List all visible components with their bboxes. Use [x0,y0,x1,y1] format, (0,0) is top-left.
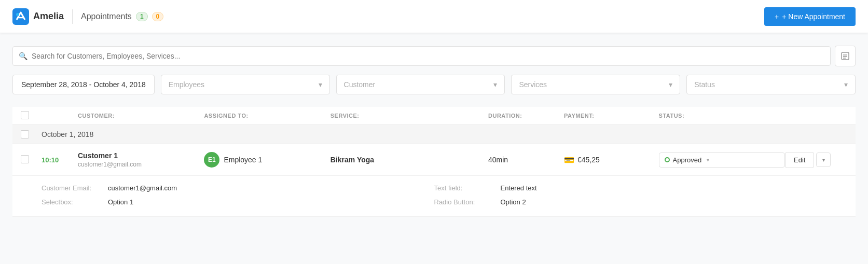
edit-button[interactable]: Edit [785,152,814,168]
main-content: 🔍 September 28, 2018 - October 4, 2018 E… [0,33,868,229]
appt-check-col [21,155,42,165]
appt-duration-col: 40min [488,156,564,164]
appointment-checkbox[interactable] [21,155,29,163]
services-placeholder: Services [519,80,547,89]
payment-amount: €45,25 [577,156,600,164]
export-button[interactable] [835,46,856,66]
date-group-header: October 1, 2018 [12,124,856,144]
badge-approved-count: 1 [136,12,148,21]
selectbox-value: Option 1 [108,198,133,206]
detail-col-right: Text field: Entered text Radio Button: O… [434,184,827,206]
status-chevron-icon: ▾ [707,157,709,163]
text-field-label: Text field: [434,184,497,192]
search-input-wrap: 🔍 [12,46,831,66]
badge-pending-count: 0 [152,12,164,21]
detail-text-field: Text field: Entered text [434,184,827,192]
page-title-text: Appointments [81,12,132,21]
payment-icon: 💳 [564,155,574,165]
customer-email-display: customer1@gmail.com [78,161,204,168]
appt-actions-col: Edit ▾ [785,152,847,168]
status-placeholder: Status [694,80,715,89]
search-icon: 🔍 [19,52,27,60]
plus-icon: + [775,12,779,21]
detail-row: Customer Email: customer1@gmail.com Sele… [12,176,856,217]
svg-rect-2 [842,52,849,60]
select-all-checkbox[interactable] [21,111,29,119]
export-icon [841,51,850,61]
detail-col-left: Customer Email: customer1@gmail.com Sele… [42,184,434,206]
header-duration-col: DURATION: [488,113,564,119]
appointment-row: 10:10 Customer 1 customer1@gmail.com E1 … [12,144,856,176]
svg-rect-0 [12,8,29,25]
header-customer-col: CUSTOMER: [78,113,204,119]
expand-button[interactable]: ▾ [816,152,831,167]
header-assigned-col: ASSIGNED TO: [204,113,330,119]
customer-name: Customer 1 [78,151,204,160]
status-dot-icon [665,157,670,162]
new-appointment-label: + New Appointment [782,12,845,21]
employees-chevron-icon: ▾ [319,80,322,89]
radio-button-value: Option 2 [501,198,526,206]
date-group-check [21,130,42,138]
appt-time-col: 10:10 [42,156,78,164]
customer-placeholder: Customer [344,80,376,89]
appt-customer-col: Customer 1 customer1@gmail.com [78,151,204,168]
status-filter[interactable]: Status ▾ [686,75,856,94]
employee-name: Employee 1 [224,156,262,164]
appt-payment-col: 💳 €45,25 [564,155,659,165]
table-header: CUSTOMER: ASSIGNED TO: SERVICE: DURATION… [12,107,856,124]
header-status-col: STATUS: [659,113,785,119]
page-title: Appointments 1 0 [81,12,163,21]
customer-filter[interactable]: Customer ▾ [336,75,505,94]
date-range-value: September 28, 2018 - October 4, 2018 [21,80,146,89]
services-filter[interactable]: Services ▾ [511,75,680,94]
date-range-picker[interactable]: September 28, 2018 - October 4, 2018 [12,75,155,94]
header-left: Amelia Appointments 1 0 [12,8,163,25]
appt-service-col: Bikram Yoga [330,156,488,164]
search-row: 🔍 [12,46,856,66]
detail-customer-email: Customer Email: customer1@gmail.com [42,184,434,192]
filter-row: September 28, 2018 - October 4, 2018 Emp… [12,75,856,94]
customer-chevron-icon: ▾ [493,80,497,89]
text-field-value: Entered text [501,184,537,192]
employees-filter[interactable]: Employees ▾ [161,75,330,94]
header-divider [72,9,73,24]
date-group-label: October 1, 2018 [42,130,93,138]
search-input[interactable] [12,46,831,66]
customer-email-label: Customer Email: [42,184,104,192]
amelia-logo-icon [12,8,29,25]
service-name: Bikram Yoga [330,156,374,164]
status-select[interactable]: Approved ▾ [659,152,785,168]
header-check-col [21,111,42,120]
svg-point-1 [16,13,19,16]
logo-area: Amelia [12,8,64,25]
radio-button-label: Radio Button: [434,198,497,206]
detail-selectbox: Selectbox: Option 1 [42,198,434,206]
employees-placeholder: Employees [169,80,204,89]
header-payment-col: PAYMENT: [564,113,659,119]
customer-email-value: customer1@gmail.com [108,184,177,192]
employee-avatar: E1 [204,152,219,168]
services-chevron-icon: ▾ [669,80,672,89]
appointment-time: 10:10 [42,156,59,164]
payment-wrap: 💳 €45,25 [564,155,659,165]
selectbox-label: Selectbox: [42,198,104,206]
status-label: Approved [673,156,702,164]
header-service-col: SERVICE: [330,113,488,119]
status-chevron-icon: ▾ [844,80,848,89]
employee-initials: E1 [208,156,216,163]
header: Amelia Appointments 1 0 + + New Appointm… [0,0,868,33]
duration-value: 40min [488,156,508,164]
chevron-down-icon: ▾ [822,157,825,163]
new-appointment-button[interactable]: + + New Appointment [764,7,856,26]
date-group-checkbox[interactable] [21,130,29,138]
appt-assigned-col: E1 Employee 1 [204,152,330,168]
appt-status-col: Approved ▾ [659,152,785,168]
detail-radio-button: Radio Button: Option 2 [434,198,827,206]
logo-text: Amelia [33,11,64,22]
